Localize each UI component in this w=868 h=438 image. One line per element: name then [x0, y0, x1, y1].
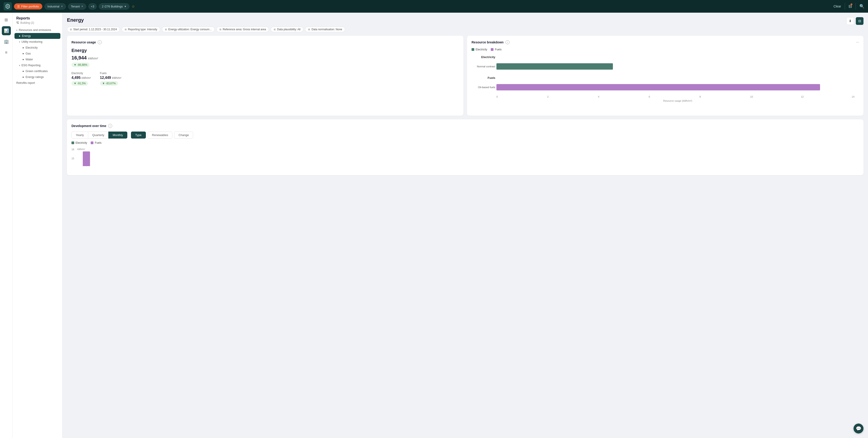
sidebar-item-green-certificates[interactable]: Green certificates: [14, 68, 60, 74]
page-header-actions: ⬇ ⊟: [846, 17, 864, 25]
divider2: [856, 3, 856, 10]
filter-chip-period[interactable]: ⊞ Start period: 1.12.2023 - 30.11.2024: [67, 27, 120, 32]
development-card: Development over time i Yearly Quarterly…: [67, 119, 864, 175]
sub-metric-fuels: Fuels 12,449 kWh/m² ▼ -83,67%: [100, 72, 121, 90]
sidebar-group-resources[interactable]: ▾ Resources and emissions: [14, 27, 60, 33]
renewables-toggle[interactable]: Renewables: [148, 132, 173, 139]
quarterly-toggle[interactable]: Quarterly: [88, 132, 108, 139]
development-info-button[interactable]: i: [108, 124, 112, 128]
filter-chip-icon: ⊞: [219, 28, 221, 31]
breakdown-more-button[interactable]: ···: [856, 40, 859, 44]
bar-fill-oil-fuels: [496, 84, 820, 91]
filter-portfolio-button[interactable]: ☰ Filter portfolio: [14, 3, 42, 9]
chat-bubble-button[interactable]: 💬: [854, 424, 864, 434]
chart-icon: 📊: [4, 28, 9, 33]
filter-chip-reference[interactable]: ⊞ Reference area: Gross internal area: [216, 27, 269, 32]
resource-usage-info-button[interactable]: i: [98, 40, 102, 44]
change-toggle[interactable]: Change: [174, 132, 193, 139]
bar-track-normal-contract: [496, 63, 859, 70]
development-title-row: Development over time i: [71, 124, 859, 128]
x-axis-labels: 0 2 4 6 8 10 12 14: [496, 95, 859, 98]
sidebar-title: Reports: [13, 16, 62, 21]
breakdown-legend: Electricity Fuels: [471, 48, 859, 51]
yearly-toggle[interactable]: Yearly: [71, 132, 88, 139]
bar-group-fuels: Fuels: [471, 76, 495, 79]
nav-reports-button[interactable]: 📊: [2, 26, 11, 35]
development-legend: Electricity Fuels: [71, 141, 859, 144]
sidebar-group-esg[interactable]: ▾ ESG Reporting: [14, 62, 60, 68]
export-icon: ⬇: [849, 19, 852, 23]
sidebar-item-energy-ratings[interactable]: Energy ratings: [14, 74, 60, 80]
nav-dashboard-button[interactable]: ⊞: [2, 15, 11, 25]
sub-metric-electricity-value: 4,495 kWh/m²: [71, 76, 91, 80]
sidebar-subtitle: 🏗 Building (2): [13, 21, 62, 27]
dev-legend-fuels: Fuels: [91, 141, 101, 144]
sidebar-item-energy[interactable]: Energy: [14, 33, 60, 39]
export-button[interactable]: ⬇: [846, 17, 854, 25]
dot-icon: [23, 77, 24, 78]
sub-metric-fuels-label: Fuels: [100, 72, 121, 75]
sidebar-item-retrofits[interactable]: Retrofits report: [14, 80, 60, 86]
sidebar-item-water[interactable]: Water: [14, 57, 60, 62]
monthly-toggle[interactable]: Monthly: [108, 132, 127, 139]
tenant-chip[interactable]: Tenant ✕: [68, 3, 86, 9]
filter-icon: ☰: [17, 5, 20, 8]
resource-main-value: 16,944 kWh/m²: [71, 55, 459, 61]
resource-usage-title: Resource usage: [71, 40, 96, 44]
filter-chip-reporting[interactable]: ⊞ Reporting type: Intensity: [122, 27, 160, 32]
sub-metric-fuels-badge: ▼ -83,67%: [100, 81, 118, 86]
chat-icon: 💬: [856, 426, 862, 431]
filter-chips-row: ⊞ Start period: 1.12.2023 - 30.11.2024 ⊞…: [67, 27, 864, 32]
nav-settings-button[interactable]: ≡: [2, 48, 11, 57]
sidebar: Reports 🏗 Building (2) ▾ Resources and e…: [13, 13, 62, 438]
buildings-selector[interactable]: 2 /276 Buildings ▼: [99, 3, 129, 9]
dot-icon: [23, 47, 24, 48]
filter-settings-button[interactable]: ⊟: [848, 4, 852, 9]
filter-chip-normalisation[interactable]: ⊞ Data normalisation: None: [305, 27, 345, 32]
filter-chip-icon: ⊞: [308, 28, 310, 31]
svg-marker-1: [6, 5, 9, 8]
close-tenant-icon[interactable]: ✕: [81, 5, 83, 8]
filter-view-button[interactable]: ⊟: [856, 17, 864, 25]
filter-chip-icon: ⊞: [274, 28, 276, 31]
favorite-icon[interactable]: ☆: [132, 4, 135, 9]
dot-icon: [19, 35, 20, 37]
bar-chart-area: Electricity Normal contract Fuels Oil: [471, 55, 859, 111]
sidebar-item-electricity[interactable]: Electricity: [14, 45, 60, 50]
search-icon: 🔍: [859, 4, 864, 9]
sidebar-group-utility[interactable]: ▾ Utility monitoring: [14, 39, 60, 45]
logo[interactable]: [4, 2, 12, 10]
dev-bars-container: [83, 148, 859, 166]
chevron-icon: ▾: [16, 29, 18, 31]
resource-usage-title-row: Resource usage i: [71, 40, 459, 44]
clear-button[interactable]: Clear: [834, 4, 841, 8]
sub-metric-electricity-label: Electricity: [71, 72, 91, 75]
search-button[interactable]: 🔍: [859, 4, 864, 9]
filter-chip-icon: ⊞: [125, 28, 127, 31]
bar-label-normal-contract: Normal contract: [471, 65, 495, 68]
close-industrial-icon[interactable]: ✕: [61, 5, 63, 8]
topbar-right: Clear ⊟ 🔍: [834, 3, 864, 10]
sidebar-section: ▾ Resources and emissions Energy ▾ Utili…: [13, 27, 62, 86]
list-icon: ≡: [5, 50, 7, 55]
page-header: Energy ⬇ ⊟: [67, 17, 864, 25]
breakdown-info-button[interactable]: i: [505, 40, 509, 44]
dev-legend-electricity: Electricity: [71, 141, 87, 144]
bar-label-oil-fuels: Oil-based fuels: [471, 86, 495, 89]
notification-dot: [850, 3, 852, 5]
main-content: Energy ⬇ ⊟ ⊞ Start period: 1.12.2023 - 3…: [62, 13, 868, 438]
building-icon: 🏢: [4, 39, 9, 44]
industrial-chip[interactable]: Industrial ✕: [44, 3, 66, 9]
time-toggle-group: Yearly Quarterly Monthly: [71, 132, 127, 139]
more-chips-button[interactable]: +3: [88, 3, 97, 9]
filter-chip-utilization[interactable]: ⊞ Energy utilization: Energy consum...: [162, 27, 214, 32]
resource-main-badge: ▼ -86,88%: [71, 63, 90, 67]
chevron-icon: ▾: [19, 41, 20, 43]
type-toggle[interactable]: Type: [131, 132, 146, 139]
filter-chip-plausibility[interactable]: ⊞ Data plausibility: All: [271, 27, 303, 32]
cards-row: Resource usage i Energy 16,944 kWh/m² ▼ …: [67, 36, 864, 116]
nav-buildings-button[interactable]: 🏢: [2, 37, 11, 46]
dot-icon: [23, 59, 24, 60]
sidebar-item-gas[interactable]: Gas: [14, 50, 60, 57]
filter-chip-icon: ⊞: [70, 28, 72, 31]
